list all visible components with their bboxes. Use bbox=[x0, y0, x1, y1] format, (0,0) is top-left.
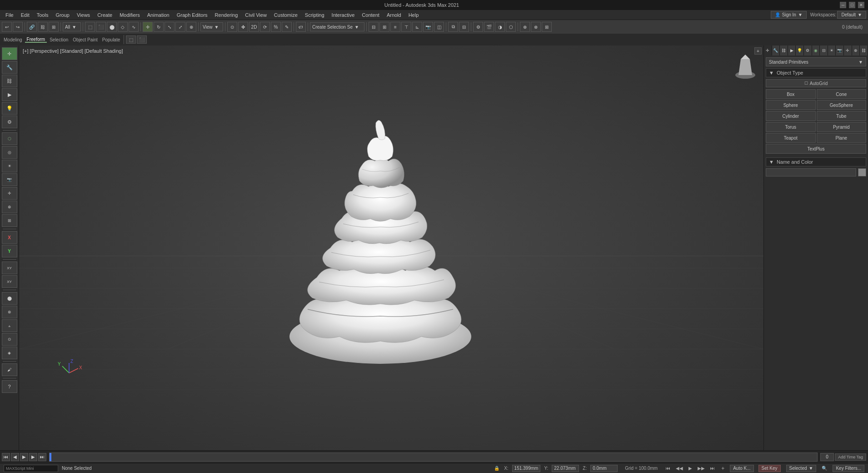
tab-selection[interactable]: Selection bbox=[48, 37, 70, 42]
scale-type-btn[interactable]: ⤢ bbox=[175, 22, 185, 32]
object-type-header[interactable]: ▼ Object Type bbox=[766, 68, 866, 77]
rp-sphere-icon[interactable]: ◉ bbox=[812, 45, 820, 55]
align-camera-btn[interactable]: 📷 bbox=[423, 22, 433, 32]
textplus-btn[interactable]: TextPlus bbox=[766, 144, 866, 154]
menu-tools[interactable]: Tools bbox=[33, 11, 52, 19]
select-rect-btn[interactable]: ⬛ bbox=[96, 22, 106, 32]
auto-key-btn[interactable]: Auto K... bbox=[730, 465, 753, 472]
key-filters-btn[interactable]: Key Filters... bbox=[833, 465, 864, 472]
menu-scripting[interactable]: Scripting bbox=[301, 11, 328, 19]
pct-snap-btn[interactable]: % bbox=[271, 22, 281, 32]
viewport-canvas[interactable]: X Y Z + bbox=[19, 45, 763, 450]
snap-btn[interactable]: ✤ bbox=[238, 22, 248, 32]
named-select-btn[interactable]: 🏷 bbox=[296, 22, 306, 32]
view-dropdown[interactable]: View ▼ bbox=[200, 22, 223, 31]
create-selection-dropdown[interactable]: Create Selection Se ▼ bbox=[310, 22, 364, 31]
menu-animation[interactable]: Animation bbox=[144, 11, 173, 19]
box-btn[interactable]: Box bbox=[766, 89, 816, 99]
rp-cam-icon[interactable]: 📷 bbox=[836, 45, 844, 55]
selected-dropdown-arrow[interactable]: ▼ bbox=[809, 466, 813, 471]
align-view-btn[interactable]: ◫ bbox=[434, 22, 444, 32]
freeform-btn1[interactable]: ⬚ bbox=[126, 35, 136, 44]
viewport-plus-btn[interactable]: + bbox=[754, 47, 762, 55]
xy-alt-btn[interactable]: XY bbox=[2, 275, 17, 288]
rp-tab-motion[interactable]: ▶ bbox=[788, 45, 796, 55]
tube-btn[interactable]: Tube bbox=[817, 111, 867, 121]
tab-freeform[interactable]: Freeform bbox=[25, 37, 47, 43]
menu-graph-editors[interactable]: Graph Editors bbox=[173, 11, 211, 19]
select-lasso-btn[interactable]: ∿ bbox=[129, 22, 139, 32]
pyramid-btn[interactable]: Pyramid bbox=[817, 122, 867, 132]
menu-interactive[interactable]: Interactive bbox=[328, 11, 359, 19]
extra1-btn[interactable]: ⊕ bbox=[520, 22, 530, 32]
bind-btn[interactable]: ⊞ bbox=[49, 22, 59, 32]
coord-z-value[interactable]: 0.0mm bbox=[590, 465, 618, 472]
frame-number[interactable]: 0 bbox=[820, 453, 834, 461]
material-editor-btn[interactable]: ⬡ bbox=[506, 22, 516, 32]
menu-arnold[interactable]: Arnold bbox=[383, 11, 405, 19]
rp-light-icon[interactable]: ☀ bbox=[828, 45, 836, 55]
redo-btn[interactable]: ↪ bbox=[13, 22, 23, 32]
lock-icon[interactable]: 🔒 bbox=[493, 465, 500, 472]
menu-content[interactable]: Content bbox=[358, 11, 383, 19]
sphere-btn[interactable]: Sphere bbox=[766, 100, 816, 110]
render-setup-btn[interactable]: ⚙ bbox=[473, 22, 483, 32]
coord-y-value[interactable]: 22.073mm bbox=[552, 465, 579, 472]
tool5-btn[interactable]: ◈ bbox=[2, 347, 17, 359]
select-obj-btn[interactable]: ⬚ bbox=[85, 22, 95, 32]
ref-coord-btn[interactable]: ⊕ bbox=[186, 22, 196, 32]
normal-align-btn[interactable]: ⊤ bbox=[401, 22, 411, 32]
create-tab[interactable]: ✛ bbox=[2, 47, 17, 60]
create-light-btn[interactable]: ☀ bbox=[2, 160, 17, 172]
undo-btn[interactable]: ↩ bbox=[2, 22, 12, 32]
menu-civil-view[interactable]: Civil View bbox=[241, 11, 270, 19]
select-link-btn[interactable]: 🔗 bbox=[27, 22, 37, 32]
tool3-btn[interactable]: ⟁ bbox=[2, 319, 17, 332]
workspaces-btn[interactable]: Default ▼ bbox=[837, 11, 866, 19]
anim-prev-btn[interactable]: ◀◀ bbox=[675, 466, 684, 471]
create-shape-btn[interactable]: ◎ bbox=[2, 146, 17, 159]
anim-next-btn[interactable]: ▶▶ bbox=[697, 466, 706, 471]
anim-play-btn[interactable]: ▶ bbox=[688, 466, 693, 471]
play-btn[interactable]: ▶ bbox=[20, 453, 28, 461]
tool2-btn[interactable]: ⊗ bbox=[2, 306, 17, 318]
prev-frame-btn[interactable]: ◀ bbox=[11, 453, 19, 461]
scene-expl-btn[interactable]: ⊟ bbox=[459, 22, 469, 32]
rp-tab-modify[interactable]: 🔧 bbox=[772, 45, 780, 55]
create-helper-btn[interactable]: ✛ bbox=[2, 187, 17, 200]
create-camera-btn[interactable]: 📷 bbox=[2, 173, 17, 186]
viewport[interactable]: [+] [Perspective] [Standard] [Default Sh… bbox=[19, 45, 763, 450]
anim-end-btn[interactable]: ⏭ bbox=[709, 466, 716, 471]
rp-tab-display[interactable]: 💡 bbox=[796, 45, 804, 55]
menu-help[interactable]: Help bbox=[405, 11, 423, 19]
letter-y-btn[interactable]: Y bbox=[2, 245, 17, 257]
menu-create[interactable]: Create bbox=[94, 11, 116, 19]
filter-dropdown[interactable]: All ▼ bbox=[63, 22, 81, 31]
extra2-btn[interactable]: ⊗ bbox=[531, 22, 541, 32]
minimize-btn[interactable]: ─ bbox=[840, 2, 846, 8]
teapot-btn[interactable]: Teapot bbox=[766, 133, 816, 143]
spinner-snap-btn[interactable]: ✎ bbox=[282, 22, 292, 32]
unlink-btn[interactable]: ⛓ bbox=[38, 22, 48, 32]
angle-snap-btn[interactable]: ⟳ bbox=[260, 22, 270, 32]
add-time-tag-btn[interactable]: Add Time Tag bbox=[835, 453, 866, 461]
rotate-btn[interactable]: ↻ bbox=[154, 22, 164, 32]
freeform-btn2[interactable]: ⬛ bbox=[137, 35, 147, 44]
align-btn[interactable]: ≡ bbox=[390, 22, 400, 32]
rp-tab-hierarchy[interactable]: ⛓ bbox=[780, 45, 788, 55]
search-btn[interactable]: 🔍 bbox=[821, 465, 828, 472]
menu-edit[interactable]: Edit bbox=[17, 11, 33, 19]
select-move-btn[interactable]: ✛ bbox=[143, 22, 153, 32]
select-circle-btn[interactable]: ⬤ bbox=[107, 22, 117, 32]
tab-modeling[interactable]: Modeling bbox=[2, 37, 24, 42]
set-key-btn[interactable]: Set Key bbox=[758, 465, 781, 472]
rp-warp-icon[interactable]: ⊕ bbox=[852, 45, 860, 55]
render-frame-btn[interactable]: 🎬 bbox=[484, 22, 494, 32]
plane-btn[interactable]: Plane bbox=[817, 133, 867, 143]
snap2d-btn[interactable]: 2D bbox=[249, 22, 259, 32]
maximize-btn[interactable]: □ bbox=[849, 2, 855, 8]
standard-primitives-dropdown[interactable]: Standard Primitives ▼ bbox=[766, 57, 866, 66]
modify-tab[interactable]: 🔧 bbox=[2, 61, 17, 74]
color-swatch[interactable] bbox=[858, 168, 866, 176]
display-tab[interactable]: 💡 bbox=[2, 102, 17, 115]
